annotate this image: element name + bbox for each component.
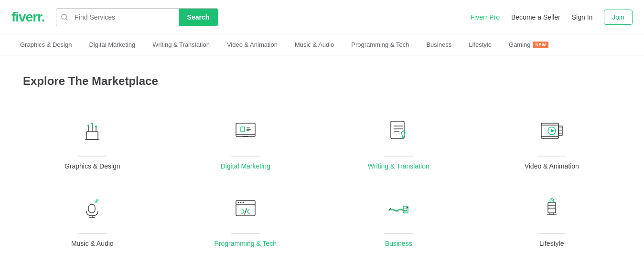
nav-item-lifestyle[interactable]: Lifestyle	[460, 34, 500, 55]
svg-point-7	[91, 123, 93, 125]
category-writing-translation[interactable]: Writing & Translation	[329, 112, 468, 170]
svg-point-38	[240, 202, 241, 203]
music-audio-label: Music & Audio	[71, 240, 114, 247]
nav-item-business[interactable]: Business	[418, 34, 460, 55]
logo-text: fiverr	[11, 10, 42, 24]
graphics-design-label: Graphics & Design	[64, 162, 120, 170]
music-audio-icon	[73, 189, 111, 227]
svg-line-45	[551, 200, 552, 200]
main-content: Explore The Marketplace Graphics & Desig…	[0, 55, 644, 266]
nav-item-gaming[interactable]: Gaming NEW	[500, 34, 557, 55]
svg-point-44	[550, 199, 554, 202]
svg-point-34	[97, 199, 98, 201]
category-business[interactable]: Business	[329, 189, 468, 247]
programming-tech-label: Programming & Tech	[215, 240, 277, 247]
lifestyle-label: Lifestyle	[539, 240, 564, 247]
section-title: Explore The Marketplace	[23, 74, 621, 88]
svg-point-6	[87, 125, 89, 126]
digital-marketing-icon	[226, 112, 265, 150]
category-music-audio[interactable]: Music & Audio	[23, 189, 162, 247]
programming-tech-divider	[231, 233, 260, 234]
sign-in-link[interactable]: Sign In	[572, 13, 593, 21]
svg-rect-43	[548, 202, 556, 213]
search-bar: Search	[56, 8, 218, 26]
music-audio-divider	[78, 233, 107, 234]
video-animation-label: Video & Animation	[525, 162, 579, 170]
svg-point-39	[242, 202, 244, 203]
digital-marketing-label: Digital Marketing	[221, 162, 270, 170]
new-badge: NEW	[533, 42, 548, 48]
become-seller-link[interactable]: Become a Seller	[511, 13, 560, 21]
join-button[interactable]: Join	[604, 10, 633, 25]
programming-tech-icon	[226, 189, 265, 227]
nav-item-writing-translation[interactable]: Writing & Translation	[144, 34, 218, 55]
search-button[interactable]: Search	[179, 9, 218, 26]
search-icon	[56, 14, 73, 21]
lifestyle-divider	[537, 233, 566, 234]
business-divider	[384, 233, 413, 234]
nav-item-digital-marketing[interactable]: Digital Marketing	[80, 34, 144, 55]
nav-bar: Graphics & Design Digital Marketing Writ…	[0, 34, 644, 55]
svg-line-40	[245, 209, 247, 214]
nav-item-video-animation[interactable]: Video & Animation	[218, 34, 286, 55]
category-digital-marketing[interactable]: Digital Marketing	[176, 112, 315, 170]
svg-rect-13	[241, 127, 245, 132]
svg-line-1	[66, 19, 67, 20]
graphics-design-divider	[78, 156, 107, 157]
svg-line-46	[552, 200, 553, 200]
business-icon	[379, 189, 418, 227]
logo-dot: .	[42, 10, 45, 24]
header-nav: Fiverr Pro Become a Seller Sign In Join	[471, 10, 633, 25]
lifestyle-icon	[533, 189, 571, 227]
nav-item-programming-tech[interactable]: Programming & Tech	[343, 34, 418, 55]
search-input[interactable]	[73, 9, 178, 26]
fiverr-pro-link[interactable]: Fiverr Pro	[471, 13, 500, 21]
svg-rect-2	[86, 132, 98, 139]
category-programming-tech[interactable]: Programming & Tech	[176, 189, 315, 247]
business-label: Business	[385, 240, 412, 247]
logo[interactable]: fiverr.	[11, 10, 44, 25]
writing-translation-icon	[379, 112, 418, 150]
svg-point-37	[237, 202, 239, 203]
nav-item-music-audio[interactable]: Music & Audio	[286, 34, 343, 55]
category-graphics-design[interactable]: Graphics & Design	[23, 112, 162, 170]
gaming-label: Gaming	[509, 41, 531, 48]
writing-translation-divider	[384, 156, 413, 157]
category-lifestyle[interactable]: Lifestyle	[483, 189, 622, 247]
svg-point-8	[95, 126, 97, 127]
header: fiverr. Search Fiverr Pro Become a Selle…	[0, 0, 644, 34]
graphics-design-icon	[73, 112, 111, 150]
video-animation-icon	[533, 112, 571, 150]
category-video-animation[interactable]: Video & Animation	[483, 112, 622, 170]
svg-marker-26	[551, 129, 555, 133]
writing-translation-label: Writing & Translation	[368, 162, 429, 170]
svg-rect-31	[88, 204, 95, 213]
digital-marketing-divider	[231, 156, 260, 157]
nav-item-graphics-design[interactable]: Graphics & Design	[11, 34, 80, 55]
categories-grid: Graphics & Design Digital Marketing	[23, 112, 621, 247]
video-animation-divider	[537, 156, 566, 157]
